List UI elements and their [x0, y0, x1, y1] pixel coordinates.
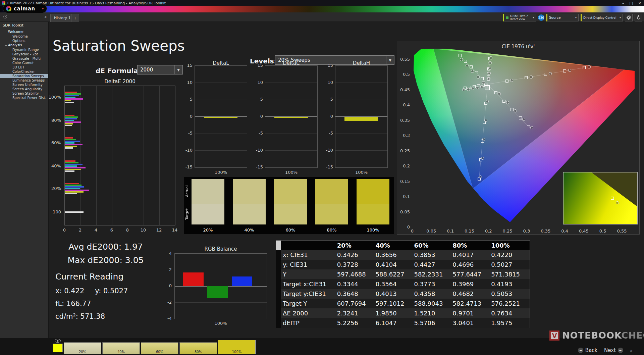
de-bar-60-5: [65, 146, 77, 147]
preview-swatch-20[interactable]: 20%: [64, 342, 101, 354]
table-header-60: 60%: [414, 241, 452, 250]
row-label: Target Y: [281, 299, 337, 308]
calman-logo-icon: [6, 6, 11, 11]
de-bar-40-3: [65, 165, 77, 167]
deltac-chart: [265, 65, 318, 168]
y-tick-label: 0.45: [400, 87, 410, 92]
sidebar-item-3d-lut[interactable]: 3D LUT: [0, 65, 48, 69]
app-window: Calman 2022 Calman Ultimate for Business…: [0, 0, 644, 355]
sidebar-item-grayscale-2pt[interactable]: Grayscale - 2pt: [0, 52, 48, 56]
sidebar: SDR Toolkit −WelcomeWelcomeOptions−Analy…: [0, 22, 49, 338]
measurement-count-badge[interactable]: 236: [538, 14, 544, 21]
rgb-balance-x-label: 100%: [174, 321, 267, 326]
avg-de2000: Avg dE2000: 1.97: [50, 240, 161, 254]
calman-logo-menu[interactable]: calman ▾: [3, 4, 47, 13]
add-tab-button[interactable]: +: [71, 14, 79, 22]
table-gutter: [276, 241, 281, 328]
sidebar-item-color-gamut[interactable]: Color Gamut: [0, 61, 48, 65]
sidebar-item-colorchecker[interactable]: ColorChecker: [0, 69, 48, 74]
y-tick-label: 40%: [51, 163, 61, 168]
sidebar-item-welcome[interactable]: Welcome: [0, 34, 48, 39]
table-corner-selector[interactable]: [276, 241, 281, 250]
sidebar-item-screen-uniformity[interactable]: Screen Uniformity: [0, 83, 48, 87]
collapse-icon[interactable]: −: [5, 30, 8, 34]
chevron-down-icon: ▾: [42, 7, 44, 10]
minimize-button[interactable]: –: [622, 1, 624, 5]
preview-swatch-80[interactable]: 80%: [179, 342, 217, 354]
cell-value: 5.5706: [414, 318, 452, 328]
table-body: x: CIE310.34260.36560.38530.40170.4220y:…: [276, 250, 530, 328]
current-reading-block: Current Reading x: 0.422 y: 0.5027 fL: 1…: [55, 272, 128, 320]
y-tick-label: -15: [326, 164, 333, 169]
next-button[interactable]: Next ►: [604, 347, 623, 353]
source-label: Source: [549, 16, 560, 19]
sidebar-item-saturation-sweeps[interactable]: Saturation Sweeps: [0, 74, 48, 78]
de-formula-label: dE Formula:: [96, 67, 141, 75]
sidebar-item-dynamic-range[interactable]: Dynamic Range: [0, 48, 48, 52]
tab-label: History 1: [54, 16, 71, 20]
current-patch-module[interactable]: [52, 339, 63, 352]
de-bar-40-2: [65, 164, 83, 165]
row-label: Y: [281, 269, 337, 279]
table-header-100: 100%: [491, 241, 530, 250]
de-bar-100-4: [65, 98, 83, 100]
de-formula-dropdown[interactable]: 2000 ▼: [137, 65, 183, 74]
preview-swatch-60[interactable]: 60%: [141, 342, 178, 354]
de-bar-80-3: [65, 120, 74, 121]
summary-stats: Avg dE2000: 1.97 Max dE2000: 3.05: [50, 240, 161, 267]
deltah-x-label: 100%: [335, 170, 388, 175]
cie-chart-panel: CIE 1976 u'v': [397, 41, 640, 235]
x-tick-label: 0.2: [483, 229, 494, 234]
display-control-dropdown[interactable]: Direct Display Control ▾: [581, 14, 623, 21]
y-tick-label: 0.5: [403, 72, 410, 77]
back-button[interactable]: ◄ Back: [578, 347, 597, 353]
sidebar-item-spectral-power-dist[interactable]: Spectral Power Dist.: [0, 96, 48, 100]
patch-preview-strip: 20%40%60%80%100%: [64, 340, 256, 354]
sidebar-item-screen-angularity[interactable]: Screen Angularity: [0, 87, 48, 91]
cell-value: 5.2256: [337, 318, 376, 328]
preview-swatch-100[interactable]: 100%: [218, 340, 256, 354]
inset-out-of-gamut-region: [564, 172, 637, 224]
cie-measured-marker: [568, 69, 571, 72]
rgb-bar-blue: [232, 276, 252, 286]
de-bar-60-3: [65, 142, 74, 144]
sidebar-item-screen-stability[interactable]: Screen Stability: [0, 91, 48, 96]
cie-x-axis: 00.050.10.150.20.250.30.350.40.450.50.55: [412, 229, 635, 234]
cell-value: 597.4688: [337, 269, 376, 279]
y-tick-label: 5: [190, 97, 193, 102]
close-button[interactable]: ×: [638, 1, 641, 5]
sidebar-item-luminance-sweeps[interactable]: Luminance Sweeps: [0, 78, 48, 83]
sidebar-section-analysis[interactable]: −Analysis: [0, 43, 48, 48]
power-button[interactable]: [635, 14, 642, 21]
max-de2000: Max dE2000: 3.05: [50, 254, 161, 267]
arrow-right-icon: ►: [618, 348, 623, 353]
maximize-button[interactable]: □: [629, 1, 633, 5]
y-tick-label: 0: [330, 114, 333, 119]
y-tick-label: -4: [167, 316, 172, 321]
collapse-icon[interactable]: −: [5, 44, 8, 47]
de-bar-80-5: [65, 123, 73, 124]
preview-swatch-40[interactable]: 40%: [102, 342, 140, 354]
cie-target-marker: [459, 54, 462, 57]
tab-history-1[interactable]: History 1: [50, 14, 74, 22]
sidebar-item-grayscale-multi[interactable]: Grayscale - Multi: [0, 56, 48, 61]
de-bar-20-3: [65, 188, 80, 189]
preview-swatch-label: 40%: [103, 350, 140, 354]
row-label: ΔE 2000: [281, 308, 337, 318]
row-label: Target y:CIE31: [281, 289, 337, 299]
source-dropdown[interactable]: Source ▾: [546, 14, 579, 21]
titlebar: Calman 2022 Calman Ultimate for Business…: [0, 0, 644, 6]
settings-gear-button[interactable]: [625, 14, 633, 21]
section-label: Welcome: [8, 30, 23, 34]
meter-dropdown[interactable]: X-Rite i1Pro 2 Direct View ▾: [503, 14, 536, 21]
current-x: x: 0.422: [55, 287, 84, 295]
sidebar-section-welcome[interactable]: −Welcome: [0, 30, 48, 34]
current-reading-title: Current Reading: [55, 272, 128, 282]
y-tick-label: 5: [330, 97, 333, 102]
sidebar-item-options[interactable]: Options: [0, 39, 48, 43]
expand-icon[interactable]: »: [630, 348, 633, 353]
current-y: y: 0.5027: [95, 287, 128, 295]
panel-icon-button[interactable]: [3, 15, 7, 18]
sidebar-collapse-icon[interactable]: ◄: [44, 15, 46, 18]
cell-value: 2.3241: [337, 308, 376, 318]
